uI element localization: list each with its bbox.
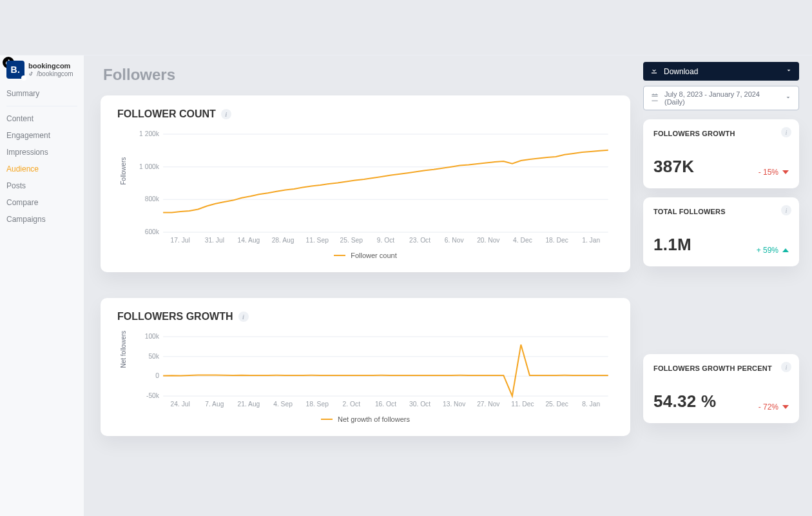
top-spacer	[0, 0, 812, 55]
svg-text:0: 0	[155, 372, 159, 379]
svg-text:13. Nov: 13. Nov	[443, 401, 466, 408]
info-icon[interactable]: i	[238, 312, 249, 322]
calendar-icon	[650, 93, 659, 103]
svg-text:1. Jan: 1. Jan	[582, 237, 600, 244]
tiktok-mini-icon	[28, 71, 34, 77]
sidebar-item-posts[interactable]: Posts	[6, 177, 77, 194]
svg-text:18. Dec: 18. Dec	[545, 237, 568, 244]
svg-text:100k: 100k	[145, 333, 160, 340]
kpi-value: 387K	[653, 157, 694, 177]
legend-follower-count: Follower count	[117, 252, 614, 259]
svg-text:-50k: -50k	[146, 392, 160, 399]
svg-text:30. Oct: 30. Oct	[409, 401, 430, 408]
svg-text:1 200k: 1 200k	[139, 130, 160, 137]
kpi-delta: - 72%	[759, 402, 789, 412]
chart-followers-growth: -50k050k100k24. Jul7. Aug21. Aug4. Sep18…	[137, 333, 614, 410]
sidebar-divider	[6, 106, 77, 106]
svg-text:21. Aug: 21. Aug	[238, 401, 260, 408]
svg-text:28. Aug: 28. Aug	[272, 237, 295, 244]
chart-follower-count: 600k800k1 000k1 200k17. Jul31. Jul14. Au…	[137, 130, 614, 246]
account-block[interactable]: B. bookingcom /bookingcom	[6, 61, 77, 79]
sidebar-nav: Summary Content Engagement Impressions A…	[6, 85, 77, 228]
kpi-total-followers: TOTAL FOLLOWERS i 1.1M + 59%	[643, 197, 799, 266]
svg-text:11. Dec: 11. Dec	[511, 401, 534, 408]
kpi-growth-percent: FOLLOWERS GROWTH PERCENT i 54.32 % - 72%	[643, 354, 799, 423]
legend-followers-growth: Net growth of followers	[117, 415, 614, 423]
svg-text:23. Oct: 23. Oct	[409, 237, 430, 244]
account-subline: /bookingcom	[28, 70, 73, 77]
controls: Download July 8, 2023 - January 7, 2024 …	[643, 62, 799, 110]
svg-text:7. Aug: 7. Aug	[205, 401, 224, 408]
download-icon	[650, 66, 659, 77]
trend-up-icon	[782, 248, 789, 252]
info-icon[interactable]: i	[781, 205, 791, 215]
svg-text:20. Nov: 20. Nov	[477, 237, 500, 244]
app: B. bookingcom /bookingcom Summary Conten…	[0, 55, 812, 516]
kpi-value: 1.1M	[653, 235, 691, 255]
svg-text:18. Sep: 18. Sep	[305, 401, 329, 408]
card-follower-count: FOLLOWER COUNTi Followers 600k800k1 000k…	[101, 95, 630, 272]
svg-text:9. Oct: 9. Oct	[377, 237, 395, 244]
svg-text:8. Jan: 8. Jan	[582, 401, 600, 408]
chart-followers-growth-wrap: Net followers -50k050k100k24. Jul7. Aug2…	[117, 333, 614, 410]
trend-down-icon	[782, 405, 789, 409]
info-icon[interactable]: i	[781, 127, 791, 137]
kpi-delta: + 59%	[757, 246, 789, 255]
account-handle: /bookingcom	[37, 70, 73, 77]
sidebar: B. bookingcom /bookingcom Summary Conten…	[0, 55, 84, 516]
account-avatar: B.	[6, 61, 24, 79]
avatar-dot-icon	[21, 75, 26, 81]
svg-text:25. Sep: 25. Sep	[340, 237, 363, 244]
kpi-spacer	[643, 275, 799, 283]
page-title: Followers	[103, 66, 628, 84]
sidebar-item-audience[interactable]: Audience	[6, 161, 77, 177]
info-icon[interactable]: i	[781, 362, 791, 372]
chart-follower-count-wrap: Followers 600k800k1 000k1 200k17. Jul31.…	[117, 130, 614, 246]
trend-down-icon	[782, 170, 789, 174]
svg-text:800k: 800k	[145, 195, 160, 203]
svg-text:6. Nov: 6. Nov	[445, 237, 465, 244]
svg-text:17. Jul: 17. Jul	[171, 237, 190, 244]
kpi-title: FOLLOWERS GROWTH	[653, 130, 789, 137]
content: Followers FOLLOWER COUNTi Followers 600k…	[84, 55, 812, 516]
svg-text:27. Nov: 27. Nov	[477, 401, 500, 408]
legend-swatch-icon	[321, 419, 333, 420]
svg-text:600k: 600k	[145, 228, 160, 235]
svg-text:2. Oct: 2. Oct	[343, 401, 361, 408]
date-range-select[interactable]: July 8, 2023 - January 7, 2024 (Daily)	[643, 86, 799, 110]
kpi-title: TOTAL FOLLOWERS	[653, 208, 789, 215]
kpi-title: FOLLOWERS GROWTH PERCENT	[653, 364, 789, 372]
kpi-followers-growth: FOLLOWERS GROWTH i 387K - 15%	[643, 119, 799, 188]
sidebar-item-campaigns[interactable]: Campaigns	[6, 211, 77, 228]
sidebar-item-engagement[interactable]: Engagement	[6, 127, 77, 144]
sidebar-item-impressions[interactable]: Impressions	[6, 144, 77, 161]
download-label: Download	[664, 67, 698, 76]
kpi-delta: - 15%	[759, 168, 789, 177]
svg-text:4. Sep: 4. Sep	[273, 401, 293, 408]
svg-text:31. Jul: 31. Jul	[205, 237, 224, 244]
main-column: Followers FOLLOWER COUNTi Followers 600k…	[101, 62, 630, 503]
svg-text:14. Aug: 14. Aug	[238, 237, 260, 244]
svg-text:24. Jul: 24. Jul	[171, 401, 190, 408]
legend-swatch-icon	[334, 255, 345, 256]
card-follower-count-title: FOLLOWER COUNTi	[117, 108, 614, 120]
info-icon[interactable]: i	[221, 109, 231, 119]
y-axis-label-1: Followers	[120, 157, 127, 185]
sidebar-item-compare[interactable]: Compare	[6, 194, 77, 211]
caret-down-icon	[785, 66, 793, 76]
kpi-value: 54.32 %	[653, 392, 717, 412]
svg-text:16. Oct: 16. Oct	[375, 401, 396, 408]
y-axis-label-2: Net followers	[120, 331, 127, 368]
sidebar-item-summary[interactable]: Summary	[6, 85, 77, 102]
date-range-text: July 8, 2023 - January 7, 2024 (Daily)	[664, 90, 779, 106]
card-followers-growth: FOLLOWERS GROWTHi Net followers -50k050k…	[101, 298, 630, 436]
avatar-text: B.	[11, 64, 21, 75]
svg-text:1 000k: 1 000k	[139, 163, 160, 170]
caret-down-icon	[784, 94, 792, 103]
account-name: bookingcom	[28, 62, 73, 70]
right-rail: Download July 8, 2023 - January 7, 2024 …	[643, 62, 799, 503]
sidebar-item-content[interactable]: Content	[6, 110, 77, 127]
download-button[interactable]: Download	[643, 62, 799, 81]
svg-text:11. Sep: 11. Sep	[305, 237, 329, 244]
svg-text:4. Dec: 4. Dec	[513, 237, 532, 244]
